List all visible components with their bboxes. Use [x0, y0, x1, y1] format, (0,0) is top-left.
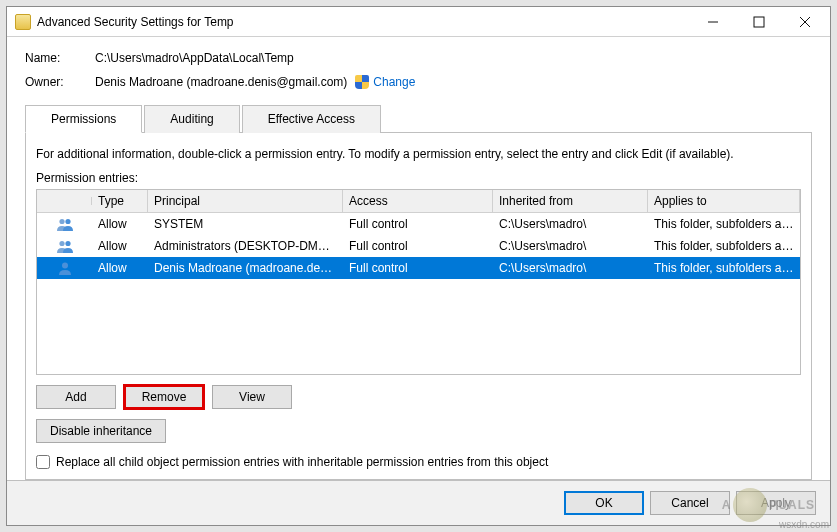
users-icon — [37, 213, 92, 235]
dialog-footer: OK Cancel Apply — [7, 480, 830, 525]
owner-label: Owner: — [25, 75, 95, 89]
tab-strip: Permissions Auditing Effective Access — [25, 105, 812, 133]
apply-button[interactable]: Apply — [736, 491, 816, 515]
cell-type: Allow — [92, 235, 148, 257]
table-row[interactable]: AllowSYSTEMFull controlC:\Users\madro\Th… — [37, 213, 800, 235]
entries-label: Permission entries: — [36, 171, 801, 185]
user-icon — [37, 257, 92, 279]
cell-applies: This folder, subfolders and files — [648, 257, 800, 279]
cell-principal: Denis Madroane (madroane.deni... — [148, 257, 343, 279]
close-button[interactable] — [782, 8, 828, 36]
security-settings-window: Advanced Security Settings for Temp Name… — [6, 6, 831, 526]
maximize-button[interactable] — [736, 8, 782, 36]
content-area: Name: C:\Users\madro\AppData\Local\Temp … — [7, 37, 830, 480]
svg-point-3 — [59, 241, 64, 246]
tab-auditing[interactable]: Auditing — [144, 105, 239, 133]
svg-point-2 — [65, 219, 70, 224]
cell-type: Allow — [92, 257, 148, 279]
shield-icon — [355, 75, 369, 89]
info-text: For additional information, double-click… — [36, 147, 801, 161]
cell-inherited: C:\Users\madro\ — [493, 235, 648, 257]
owner-value: Denis Madroane (madroane.denis@gmail.com… — [95, 75, 347, 89]
replace-child-checkbox[interactable] — [36, 455, 50, 469]
col-inherited[interactable]: Inherited from — [493, 190, 648, 212]
svg-point-5 — [62, 263, 68, 269]
cancel-button[interactable]: Cancel — [650, 491, 730, 515]
cell-access: Full control — [343, 257, 493, 279]
cell-principal: Administrators (DESKTOP-DMO... — [148, 235, 343, 257]
ok-button[interactable]: OK — [564, 491, 644, 515]
cell-access: Full control — [343, 213, 493, 235]
titlebar[interactable]: Advanced Security Settings for Temp — [7, 7, 830, 37]
minimize-button[interactable] — [690, 8, 736, 36]
table-header: Type Principal Access Inherited from App… — [37, 190, 800, 213]
cell-applies: This folder, subfolders and files — [648, 213, 800, 235]
permission-table[interactable]: Type Principal Access Inherited from App… — [36, 189, 801, 375]
tab-effective-access[interactable]: Effective Access — [242, 105, 381, 133]
folder-icon — [15, 14, 31, 30]
name-label: Name: — [25, 51, 95, 65]
name-value: C:\Users\madro\AppData\Local\Temp — [95, 51, 294, 65]
view-button[interactable]: View — [212, 385, 292, 409]
cell-access: Full control — [343, 235, 493, 257]
col-type[interactable]: Type — [92, 190, 148, 212]
table-row[interactable]: AllowDenis Madroane (madroane.deni...Ful… — [37, 257, 800, 279]
col-applies[interactable]: Applies to — [648, 190, 800, 212]
table-row[interactable]: AllowAdministrators (DESKTOP-DMO...Full … — [37, 235, 800, 257]
change-owner-link[interactable]: Change — [373, 75, 415, 89]
add-button[interactable]: Add — [36, 385, 116, 409]
svg-rect-0 — [754, 17, 764, 27]
window-title: Advanced Security Settings for Temp — [37, 15, 234, 29]
cell-inherited: C:\Users\madro\ — [493, 257, 648, 279]
cell-type: Allow — [92, 213, 148, 235]
svg-point-1 — [59, 219, 64, 224]
users-icon — [37, 235, 92, 257]
col-access[interactable]: Access — [343, 190, 493, 212]
col-principal[interactable]: Principal — [148, 190, 343, 212]
cell-inherited: C:\Users\madro\ — [493, 213, 648, 235]
tab-body: For additional information, double-click… — [25, 133, 812, 480]
cell-principal: SYSTEM — [148, 213, 343, 235]
attribution-text: wsxdn.com — [779, 519, 829, 530]
tab-permissions[interactable]: Permissions — [25, 105, 142, 133]
remove-button[interactable]: Remove — [124, 385, 204, 409]
cell-applies: This folder, subfolders and files — [648, 235, 800, 257]
replace-child-label[interactable]: Replace all child object permission entr… — [56, 455, 548, 469]
svg-point-4 — [65, 241, 70, 246]
col-icon[interactable] — [37, 197, 92, 205]
disable-inheritance-button[interactable]: Disable inheritance — [36, 419, 166, 443]
